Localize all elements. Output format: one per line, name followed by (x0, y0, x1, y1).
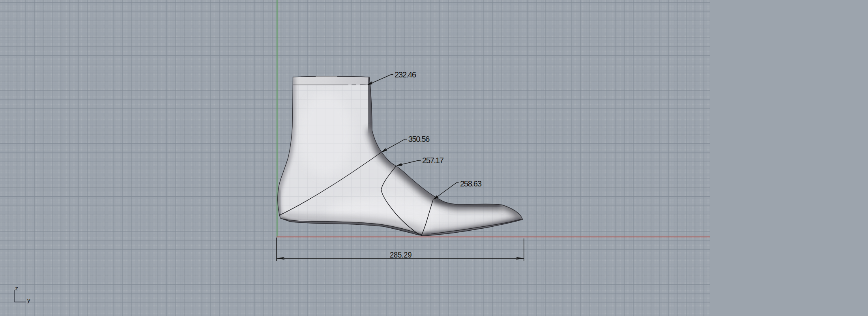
svg-text:257.17: 257.17 (422, 156, 444, 165)
svg-text:232.46: 232.46 (395, 70, 416, 79)
svg-text:y: y (27, 297, 30, 303)
svg-text:285.29: 285.29 (390, 250, 412, 259)
svg-text:z: z (15, 285, 19, 292)
svg-text:258.63: 258.63 (460, 179, 482, 188)
svg-text:350.56: 350.56 (408, 135, 430, 143)
